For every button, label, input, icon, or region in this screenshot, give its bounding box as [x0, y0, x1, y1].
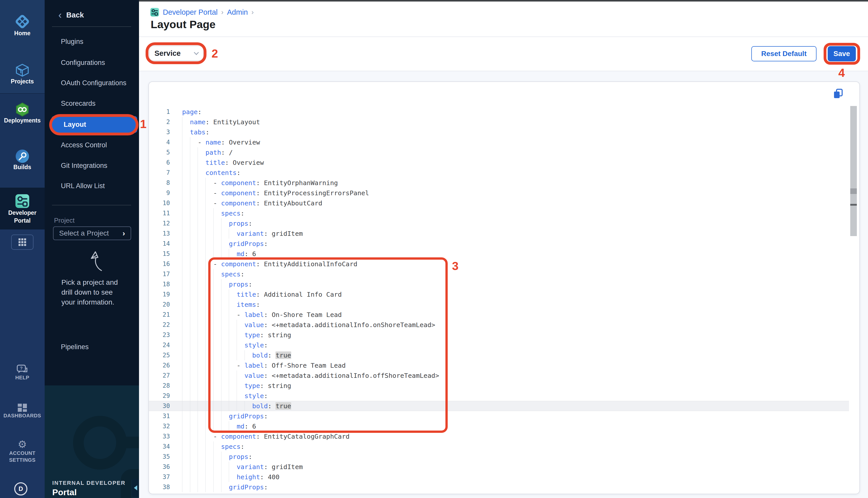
sidenav-item-configurations[interactable]: Configurations	[61, 57, 132, 68]
rail-label-dashboards: DASHBOARDS	[0, 413, 44, 419]
line-number: 5	[149, 147, 170, 157]
code-line-35: 35props:	[149, 451, 849, 462]
sidebar-item-dashboards[interactable]: DASHBOARDS	[0, 403, 44, 419]
yaml-key: path	[206, 148, 221, 156]
sidenav-item-url-allow-list[interactable]: URL Allow List	[61, 180, 132, 192]
indent-guide	[182, 157, 190, 168]
code-line-36: 36variant: gridItem	[149, 462, 849, 472]
sidebar-item-help[interactable]: ? HELP	[0, 364, 44, 381]
sidenav-divider-bottom	[52, 205, 131, 205]
sidenav-item-plugins[interactable]: Plugins	[61, 36, 132, 47]
yaml-colon: :	[245, 250, 252, 258]
indent-guide	[182, 360, 190, 370]
yaml-key: page	[182, 108, 198, 116]
indent-guide	[182, 178, 190, 188]
indent-guide	[190, 482, 198, 492]
indent-guide	[182, 310, 190, 320]
yaml-value: EntityAboutCard	[264, 199, 322, 207]
sidenav-item-scorecards[interactable]: Scorecards	[61, 98, 132, 109]
select-a-project-label: Select a Project	[59, 229, 122, 237]
indent-guide	[182, 208, 190, 218]
code-line-3: 3tabs:	[149, 127, 849, 137]
back-button[interactable]: ‹ Back	[59, 10, 84, 20]
indent-guide	[182, 482, 190, 492]
yaml-key: md	[237, 250, 245, 258]
yaml-value: EntityOrphanWarning	[264, 179, 338, 187]
hint-line-1: Pick a project and	[61, 277, 132, 287]
yaml-key: height	[237, 473, 260, 481]
sidebar-item-home[interactable]: Home	[0, 13, 44, 37]
select-a-project-button[interactable]: Select a Project ›	[53, 226, 131, 240]
breadcrumb-admin[interactable]: Admin	[227, 8, 248, 16]
yaml-colon: :	[198, 108, 202, 116]
annotation-number-3: 3	[452, 259, 458, 273]
yaml-value: EntityCatalogGraphCard	[264, 433, 350, 440]
indent-guide	[198, 228, 206, 239]
indent-guide	[182, 431, 190, 442]
sidebar-item-developer-portal[interactable]: Developer Portal	[0, 193, 44, 225]
sidenav-item-access-control[interactable]: Access Control	[61, 140, 132, 150]
indent-guide	[190, 239, 198, 249]
sidenav-item-pipelines[interactable]: Pipelines	[61, 341, 127, 352]
indent-guide	[190, 320, 198, 330]
indent-guide	[182, 350, 190, 360]
copy-button[interactable]	[833, 88, 844, 100]
line-number: 2	[149, 117, 170, 127]
indent-guide	[198, 218, 206, 228]
code-line-6: 6title: Overview	[149, 157, 849, 168]
module-picker-button[interactable]	[11, 235, 34, 250]
indent-guide	[190, 442, 198, 451]
yaml-key: variant	[237, 463, 264, 471]
indent-guide	[198, 472, 206, 482]
line-number: 38	[149, 482, 170, 492]
reset-default-button[interactable]: Reset Default	[751, 46, 816, 61]
indent-guide	[190, 300, 198, 310]
sidenav-brand-panel: INTERNAL DEVELOPER Portal	[44, 385, 139, 498]
code-line-10: 10- component: EntityAboutCard	[149, 198, 849, 208]
collapse-left-icon	[134, 485, 137, 490]
breadcrumb-developer-portal[interactable]: Developer Portal	[163, 8, 218, 16]
indent-guide	[182, 300, 190, 310]
yaml-key: tabs	[190, 128, 206, 136]
indent-guide	[213, 451, 221, 462]
yaml-key: name	[206, 139, 221, 146]
indent-guide	[182, 421, 190, 431]
code-line-14: 14gridProps:	[149, 239, 849, 249]
line-number: 35	[149, 451, 170, 462]
indent-guide	[221, 462, 229, 472]
indent-guide	[229, 472, 237, 482]
sidenav-collapse-button[interactable]	[132, 479, 139, 497]
indent-guide	[190, 157, 198, 168]
sidenav-item-git-integrations[interactable]: Git Integrations	[61, 160, 132, 171]
sidebar-item-deployments[interactable]: Deployments	[0, 102, 44, 124]
sidenav-item-oauth-configurations[interactable]: OAuth Configurations	[61, 77, 132, 89]
indent-guide	[190, 137, 198, 147]
sidebar-item-projects[interactable]: Projects	[0, 62, 44, 85]
indent-guide	[206, 482, 213, 492]
app-window: Home Projects Deployments	[0, 0, 868, 498]
toolbar-divider	[139, 71, 868, 71]
breadcrumb: Developer Portal › Admin ›	[150, 7, 254, 17]
yaml-key: contents	[206, 169, 237, 176]
indent-guide	[198, 198, 206, 208]
indent-guide	[198, 391, 206, 401]
indent-guide	[213, 228, 221, 239]
rail-label-projects: Projects	[0, 78, 44, 85]
indent-guide	[198, 259, 206, 269]
yaml-colon: :	[206, 118, 213, 126]
yaml-colon: :	[248, 453, 252, 460]
indent-guide	[198, 178, 206, 188]
indent-guide	[206, 451, 213, 462]
editor-scrollbar-thumb[interactable]	[850, 106, 857, 236]
yaml-value: EntityLayout	[213, 118, 260, 126]
code-line-9: 9- component: EntityProcessingErrorsPane…	[149, 188, 849, 198]
sidebar-item-builds[interactable]: Builds	[0, 148, 44, 171]
user-avatar[interactable]: D	[14, 482, 27, 496]
line-number: 16	[149, 259, 170, 269]
sidebar-item-account-settings[interactable]: ⚙ ACCOUNT SETTINGS	[0, 439, 44, 463]
indent-guide	[206, 249, 213, 259]
line-number: 34	[149, 442, 170, 451]
sidenav-divider-top	[52, 26, 131, 27]
line-number: 8	[149, 178, 170, 188]
line-number: 32	[149, 421, 170, 431]
